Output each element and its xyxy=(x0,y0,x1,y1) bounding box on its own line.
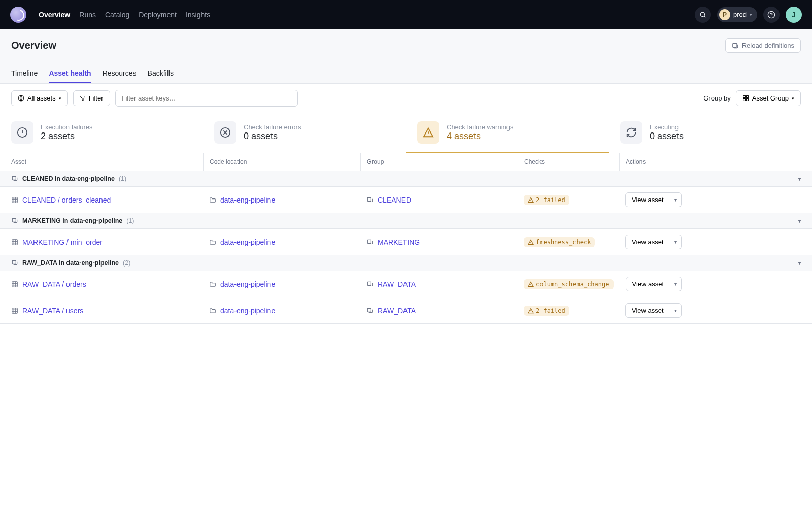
svg-rect-44 xyxy=(367,282,371,285)
group-header[interactable]: RAW_DATA in data-eng-pipeline (2) ▾ xyxy=(0,255,812,271)
summary-execution-failures[interactable]: Execution failures2 assets xyxy=(0,113,203,153)
view-asset-button[interactable]: View asset xyxy=(626,277,671,291)
table-icon xyxy=(11,239,18,246)
summary-check-warnings[interactable]: Check failure warnings4 assets xyxy=(406,113,609,153)
svg-rect-10 xyxy=(743,99,745,101)
asset-link[interactable]: RAW_DATA / users xyxy=(22,307,83,315)
group-header[interactable]: MARKETING in data-eng-pipeline (1) ▾ xyxy=(0,213,812,229)
group-header-label: CLEANED in data-eng-pipeline xyxy=(22,175,115,182)
group-link[interactable]: CLEANED xyxy=(378,196,411,204)
nav-runs[interactable]: Runs xyxy=(79,11,96,19)
check-text: 2 failed xyxy=(536,307,565,314)
tab-timeline[interactable]: Timeline xyxy=(11,64,38,83)
group-by-value: Asset Group xyxy=(752,94,789,102)
svg-rect-21 xyxy=(12,197,18,203)
search-icon xyxy=(699,11,706,18)
group-link[interactable]: RAW_DATA xyxy=(378,280,416,288)
col-asset: Asset xyxy=(0,153,203,171)
group-by-dropdown[interactable]: Asset Group ▾ xyxy=(736,90,801,106)
warning-icon xyxy=(423,127,434,138)
col-location: Code location xyxy=(203,153,360,171)
check-text: 2 failed xyxy=(536,196,565,204)
tab-asset-health[interactable]: Asset health xyxy=(49,64,91,83)
globe-icon xyxy=(18,95,24,102)
filter-icon xyxy=(80,95,86,102)
environment-selector[interactable]: P prod ▾ xyxy=(717,7,757,22)
view-asset-button[interactable]: View asset xyxy=(625,235,670,249)
summary-label: Executing xyxy=(650,123,684,131)
check-badge[interactable]: 2 failed xyxy=(524,195,569,205)
summary-value: 4 assets xyxy=(447,131,514,142)
asset-link[interactable]: CLEANED / orders_cleaned xyxy=(22,196,111,204)
help-icon xyxy=(767,11,775,19)
svg-rect-9 xyxy=(746,96,748,98)
view-asset-dropdown[interactable]: ▾ xyxy=(670,192,682,207)
svg-rect-11 xyxy=(746,99,748,101)
table-icon xyxy=(11,307,18,314)
check-badge[interactable]: freshness_check xyxy=(524,237,595,247)
chevron-down-icon: ▾ xyxy=(750,12,752,17)
logo-icon xyxy=(10,7,26,23)
search-button[interactable] xyxy=(695,7,711,23)
view-asset-button[interactable]: View asset xyxy=(625,303,670,318)
group-link[interactable]: MARKETING xyxy=(378,238,420,246)
svg-rect-35 xyxy=(367,240,371,243)
reload-icon xyxy=(732,42,739,49)
summary-label: Check failure errors xyxy=(244,123,301,131)
stack-icon xyxy=(366,196,374,204)
location-link[interactable]: data-eng-pipeline xyxy=(220,196,275,204)
table-row: RAW_DATA / orders data-eng-pipeline RAW_… xyxy=(0,271,812,297)
check-badge[interactable]: column_schema_change xyxy=(524,279,614,289)
summary-label: Execution failures xyxy=(41,123,93,131)
nav-insights[interactable]: Insights xyxy=(186,11,210,19)
svg-rect-20 xyxy=(12,176,16,180)
group-header[interactable]: CLEANED in data-eng-pipeline (1) ▾ xyxy=(0,171,812,187)
view-asset-dropdown[interactable]: ▾ xyxy=(670,277,682,291)
nav-deployment[interactable]: Deployment xyxy=(139,11,177,19)
user-avatar[interactable]: J xyxy=(786,7,802,23)
group-header-label: MARKETING in data-eng-pipeline xyxy=(22,217,122,224)
svg-rect-52 xyxy=(367,308,371,312)
group-by-label: Group by xyxy=(703,94,730,102)
location-link[interactable]: data-eng-pipeline xyxy=(220,238,275,246)
nav-overview[interactable]: Overview xyxy=(39,11,70,19)
check-text: freshness_check xyxy=(536,239,591,246)
tab-resources[interactable]: Resources xyxy=(103,64,137,83)
table-body: CLEANED in data-eng-pipeline (1) ▾ CLEAN… xyxy=(0,171,812,324)
location-link[interactable]: data-eng-pipeline xyxy=(220,280,275,288)
error-icon xyxy=(220,127,231,138)
caret-down-icon: ▾ xyxy=(798,176,801,182)
table-row: RAW_DATA / users data-eng-pipeline RAW_D… xyxy=(0,297,812,324)
asset-link[interactable]: RAW_DATA / orders xyxy=(22,280,86,288)
view-asset-dropdown[interactable]: ▾ xyxy=(670,303,682,318)
location-link[interactable]: data-eng-pipeline xyxy=(220,307,275,315)
view-asset-dropdown[interactable]: ▾ xyxy=(670,235,682,249)
asset-link[interactable]: MARKETING / min_order xyxy=(22,238,103,246)
svg-rect-29 xyxy=(12,218,16,222)
filter-button[interactable]: Filter xyxy=(73,90,110,106)
reload-label: Reload definitions xyxy=(742,42,794,49)
check-badge[interactable]: 2 failed xyxy=(524,306,569,316)
svg-rect-26 xyxy=(367,197,371,201)
stack-icon xyxy=(11,259,18,267)
svg-point-0 xyxy=(700,12,704,16)
all-assets-dropdown[interactable]: All assets ▾ xyxy=(11,90,68,106)
stack-icon xyxy=(366,307,374,314)
env-label: prod xyxy=(733,11,747,18)
filter-asset-keys-input[interactable] xyxy=(115,90,298,107)
summary-label: Check failure warnings xyxy=(447,123,514,131)
reload-definitions-button[interactable]: Reload definitions xyxy=(725,38,801,53)
tab-backfills[interactable]: Backfills xyxy=(148,64,174,83)
col-group: Group xyxy=(360,153,518,171)
toolbar: All assets ▾ Filter Group by Asset Group… xyxy=(0,84,812,113)
summary-check-errors[interactable]: Check failure errors0 assets xyxy=(203,113,406,153)
nav-catalog[interactable]: Catalog xyxy=(105,11,129,19)
group-count: (1) xyxy=(119,175,126,182)
view-asset-button[interactable]: View asset xyxy=(625,192,670,207)
svg-rect-4 xyxy=(732,43,736,47)
group-link[interactable]: RAW_DATA xyxy=(378,307,416,315)
summary-executing[interactable]: Executing0 assets xyxy=(609,113,812,153)
help-button[interactable] xyxy=(763,7,780,23)
svg-line-1 xyxy=(704,16,706,17)
table-row: CLEANED / orders_cleaned data-eng-pipeli… xyxy=(0,187,812,213)
